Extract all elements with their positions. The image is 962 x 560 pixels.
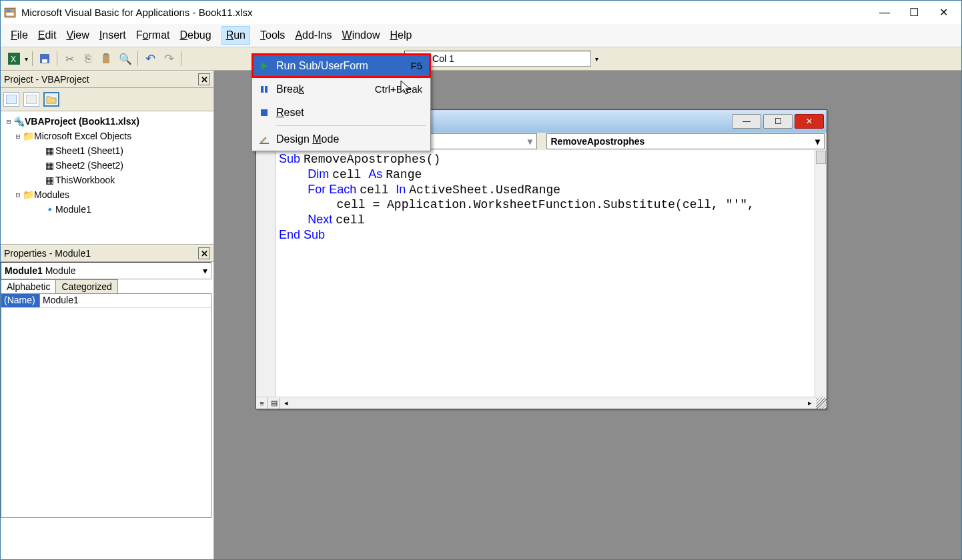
close-icon[interactable]: ✕: [198, 247, 210, 259]
chevron-down-icon: ▾: [203, 265, 207, 276]
close-button[interactable]: ✕: [939, 8, 948, 17]
menu-window[interactable]: Window: [342, 29, 380, 41]
project-tree[interactable]: ⊟🔩VBAProject (Book11.xlsx) ⊟📁Microsoft E…: [1, 111, 213, 245]
menu-view[interactable]: View: [66, 29, 89, 41]
cut-icon[interactable]: ✂: [61, 51, 77, 67]
menu-edit[interactable]: Edit: [38, 29, 57, 41]
window-title: Microsoft Visual Basic for Applications …: [21, 7, 880, 18]
tab-categorized[interactable]: Categorized: [55, 279, 118, 293]
vba-app-icon: [4, 7, 16, 19]
menu-help[interactable]: Help: [390, 29, 412, 41]
copy-icon[interactable]: ⎘: [80, 51, 96, 67]
menu-insert[interactable]: Insert: [99, 29, 126, 41]
code-window: — ☐ ✕ (General)▾ RemoveApostrophes▾ Sub …: [256, 109, 827, 409]
redo-icon[interactable]: ↷: [161, 51, 177, 67]
svg-rect-12: [265, 86, 268, 93]
svg-rect-1: [6, 9, 11, 11]
property-value[interactable]: Module1: [40, 294, 211, 307]
maximize-button[interactable]: ☐: [763, 114, 793, 129]
resize-grip[interactable]: [816, 398, 827, 409]
undo-icon[interactable]: ↶: [142, 51, 158, 67]
svg-rect-6: [42, 59, 47, 63]
project-explorer-header: Project - VBAProject ✕: [1, 71, 213, 88]
menu-item-run-sub-userform[interactable]: Run Sub/UserFormF5: [252, 54, 430, 77]
minimize-button[interactable]: —: [880, 8, 889, 17]
stop-icon: [252, 108, 276, 117]
tree-item-sheet1[interactable]: ▦Sheet1 (Sheet1): [5, 143, 209, 158]
svg-rect-14: [260, 143, 269, 144]
play-icon: [252, 61, 276, 71]
menu-item-break[interactable]: BreakCtrl+Break: [252, 77, 430, 101]
tree-item-module1[interactable]: 🔹Module1: [5, 202, 209, 217]
svg-rect-10: [26, 95, 37, 104]
properties-header: Properties - Module1 ✕: [1, 245, 213, 262]
svg-rect-13: [261, 109, 268, 116]
project-explorer-toolbar: [1, 88, 213, 111]
menu-tools[interactable]: Tools: [260, 29, 285, 41]
menu-format[interactable]: Format: [136, 29, 170, 41]
toggle-folders-icon[interactable]: [43, 92, 59, 107]
svg-rect-7: [103, 54, 109, 63]
standard-toolbar: X ▾ ✂ ⎘ 🔍 ↶ ↷ ◐ Ln 7, Col 1 ▾: [1, 47, 961, 71]
view-code-icon[interactable]: [3, 92, 19, 107]
excel-icon[interactable]: X: [6, 51, 22, 67]
pause-icon: [252, 85, 276, 94]
menu-separator: [276, 125, 426, 126]
chevron-down-icon: ▾: [528, 136, 532, 147]
properties-grid[interactable]: (Name) Module1: [1, 294, 211, 518]
menu-bar: FileEditViewInsertFormatDebugRunToolsAdd…: [1, 24, 961, 47]
title-bar: Microsoft Visual Basic for Applications …: [1, 1, 961, 24]
menu-debug[interactable]: Debug: [180, 29, 211, 41]
chevron-down-icon: ▾: [815, 136, 820, 147]
save-icon[interactable]: [37, 51, 53, 67]
property-name: (Name): [1, 294, 40, 307]
vertical-scrollbar[interactable]: [815, 150, 827, 397]
design-icon: [252, 134, 276, 145]
menu-run[interactable]: Run: [221, 26, 250, 45]
menu-item-reset[interactable]: Reset: [252, 101, 430, 124]
paste-icon[interactable]: [99, 51, 115, 67]
procedure-view-icon[interactable]: ≡: [256, 398, 268, 409]
minimize-button[interactable]: —: [732, 114, 761, 129]
close-icon[interactable]: ✕: [198, 73, 210, 85]
svg-rect-8: [104, 53, 108, 55]
horizontal-scrollbar[interactable]: ◂▸: [280, 399, 816, 407]
code-editor[interactable]: Sub RemoveApostrophes() Dim cell As Rang…: [276, 150, 815, 397]
tree-item-sheet2[interactable]: ▦Sheet2 (Sheet2): [5, 158, 209, 173]
svg-rect-2: [6, 13, 13, 16]
close-button[interactable]: ✕: [795, 114, 824, 129]
view-object-icon[interactable]: [23, 92, 39, 107]
code-margin: [256, 150, 276, 397]
run-menu-dropdown: Run Sub/UserFormF5BreakCtrl+BreakResetDe…: [252, 53, 431, 151]
svg-rect-11: [261, 86, 264, 93]
properties-object-select[interactable]: Module1 Module ▾: [1, 262, 211, 279]
svg-text:X: X: [11, 55, 16, 64]
full-module-view-icon[interactable]: ▤: [268, 398, 280, 409]
procedure-combo[interactable]: RemoveApostrophes▾: [546, 133, 825, 149]
menu-file[interactable]: File: [11, 29, 28, 41]
svg-rect-9: [6, 95, 17, 104]
menu-item-design-mode[interactable]: Design Mode: [252, 127, 430, 151]
maximize-button[interactable]: ☐: [909, 8, 919, 17]
tab-alphabetic[interactable]: Alphabetic: [1, 279, 56, 293]
find-icon[interactable]: 🔍: [117, 51, 133, 67]
menu-addins[interactable]: Add-Ins: [295, 29, 332, 41]
cursor-position-field: Ln 7, Col 1: [404, 51, 591, 67]
tree-item-workbook[interactable]: ▦ThisWorkbook: [5, 173, 209, 187]
